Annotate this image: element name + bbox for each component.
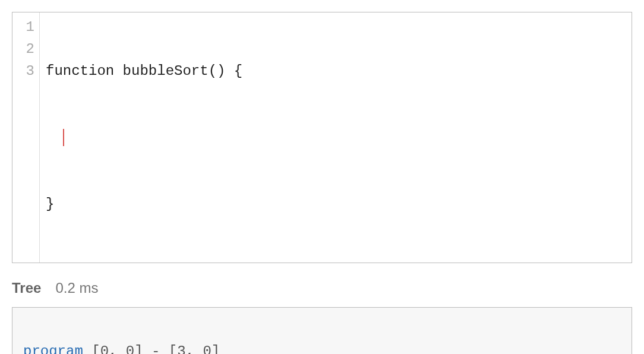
- line-number-gutter: 1 2 3: [12, 12, 40, 263]
- syntax-tree-panel: program [0, 0] - [3, 0] function_declara…: [12, 307, 632, 354]
- line-number: 3: [21, 60, 34, 82]
- tree-header: Tree0.2 ms: [12, 280, 632, 296]
- code-editor[interactable]: 1 2 3 function bubbleSort() { }: [12, 12, 632, 263]
- cursor: [63, 129, 65, 146]
- code-area[interactable]: function bubbleSort() { }: [40, 12, 632, 263]
- parse-timing: 0.2 ms: [55, 280, 98, 296]
- code-line: [46, 127, 626, 148]
- indent: [46, 129, 63, 146]
- code-line: }: [46, 193, 626, 215]
- node-type[interactable]: program: [23, 343, 83, 354]
- tree-node[interactable]: program [0, 0] - [3, 0]: [23, 340, 621, 354]
- line-number: 1: [21, 16, 34, 38]
- line-number: 2: [21, 38, 34, 60]
- tree-label: Tree: [12, 280, 41, 296]
- node-range: [0, 0] - [3, 0]: [91, 343, 220, 354]
- code-line: function bubbleSort() {: [46, 60, 626, 82]
